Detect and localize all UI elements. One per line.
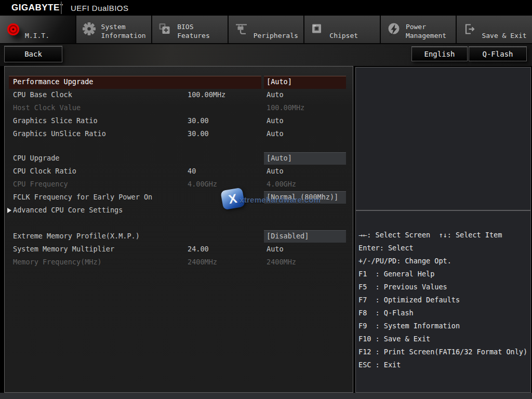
- setting-name: System Memory Multiplier: [13, 245, 114, 253]
- help-line: ESC : Exit: [358, 361, 401, 369]
- firmware-title: UEFI DualBIOS: [71, 4, 129, 12]
- setting-value: [Auto]: [267, 154, 292, 162]
- qflash-button[interactable]: Q-Flash: [469, 46, 527, 61]
- setting-value: Auto: [267, 245, 284, 253]
- tab-chipset[interactable]: Chipset: [304, 16, 380, 43]
- help-line: F1 : General Help: [358, 270, 434, 278]
- setting-value: 4.00GHz: [267, 180, 296, 188]
- tab-bar: M.I.T. System Information BIOS Features: [0, 16, 532, 44]
- setting-current: 100.00MHz: [188, 90, 225, 99]
- help-line: F8 : Q-Flash: [358, 309, 414, 317]
- setting-current: 24.00: [188, 245, 209, 253]
- exit-arrow-icon: [463, 22, 476, 36]
- help-line: F10 : Save & Exit: [358, 335, 430, 343]
- tab-label-line2: Features: [177, 31, 210, 40]
- setting-current: 30.00: [188, 116, 209, 125]
- setting-value: Auto: [267, 129, 284, 138]
- tab-label-line1: BIOS: [177, 22, 210, 31]
- setting-value: Auto: [267, 90, 284, 99]
- tab-system-information[interactable]: System Information: [76, 16, 152, 43]
- setting-name: FCLK Frequency for Early Power On: [13, 193, 152, 201]
- tab-save-exit[interactable]: Save & Exit: [457, 16, 532, 43]
- setting-name: Performance Upgrade: [13, 77, 93, 86]
- setting-name: CPU Frequency: [13, 180, 68, 188]
- tab-label-line1: System: [101, 22, 146, 31]
- tab-label-line2: Management: [406, 31, 446, 40]
- tab-bios-features[interactable]: BIOS Features: [152, 16, 228, 43]
- setting-name: Graphics Slice Ratio: [13, 116, 98, 125]
- bottom-strip: [0, 393, 532, 399]
- hotkey-help-panel: →←: Select Screen ↑↓: Select Item Enter:…: [355, 210, 531, 393]
- row-memory-frequency: Memory Frequency(MHz) 2400MHz 2400MHz: [5, 256, 352, 269]
- setting-name: CPU Clock Ratio: [13, 167, 76, 175]
- item-help-panel: [355, 67, 531, 210]
- setting-name: CPU Upgrade: [13, 154, 59, 162]
- tab-label: M.I.T.: [25, 31, 49, 40]
- submenu-arrow-icon: [7, 208, 11, 213]
- row-cpu-upgrade[interactable]: CPU Upgrade [Auto]: [5, 152, 352, 165]
- setting-name: Extreme Memory Profile(X.M.P.): [13, 232, 140, 240]
- setting-value: Auto: [267, 116, 284, 125]
- row-xmp[interactable]: Extreme Memory Profile(X.M.P.) [Disabled…: [5, 230, 352, 243]
- tab-power-management[interactable]: Power Management: [381, 16, 456, 43]
- chipset-icon: [311, 22, 323, 35]
- tab-label: Chipset: [329, 31, 358, 40]
- tab-peripherals[interactable]: Peripherals: [229, 16, 304, 43]
- row-host-clock-value: Host Clock Value 100.00MHz: [5, 102, 352, 115]
- row-cpu-base-clock[interactable]: CPU Base Clock 100.00MHz Auto: [5, 89, 352, 102]
- row-cpu-clock-ratio[interactable]: CPU Clock Ratio 40 Auto: [5, 165, 352, 178]
- setting-name: Advanced CPU Core Settings: [13, 206, 123, 214]
- tab-label: Peripherals: [254, 31, 298, 40]
- setting-current: 2400MHz: [188, 258, 217, 266]
- setting-value: 100.00MHz: [267, 103, 304, 112]
- setting-name: Memory Frequency(MHz): [13, 258, 102, 266]
- watermark-text: xtremehardware.com: [240, 195, 321, 204]
- setting-current: 40: [188, 167, 196, 175]
- language-button[interactable]: English: [411, 46, 468, 61]
- peripherals-icon: [235, 22, 248, 36]
- setting-name: Graphics UnSlice Ratio: [13, 129, 106, 138]
- row-advanced-cpu-core-settings[interactable]: Advanced CPU Core Settings: [5, 204, 352, 217]
- help-line: F5 : Previous Values: [358, 283, 447, 291]
- logo-divider: [61, 2, 62, 14]
- tab-label-line2: Information: [101, 31, 146, 40]
- gigabyte-logo: GIGABYTE™: [11, 3, 63, 13]
- setting-current: 4.00GHz: [188, 180, 217, 188]
- help-line: F12 : Print Screen(FAT16/32 Format Only): [358, 348, 527, 356]
- settings-panel: Performance Upgrade [Auto] CPU Base Cloc…: [4, 66, 353, 393]
- setting-value: 2400MHz: [267, 258, 296, 266]
- row-graphics-unslice-ratio[interactable]: Graphics UnSlice Ratio 30.00 Auto: [5, 128, 352, 141]
- help-line: F7 : Optimized Defaults: [358, 296, 460, 304]
- row-cpu-frequency: CPU Frequency 4.00GHz 4.00GHz: [5, 178, 352, 191]
- help-line: +/-/PU/PD: Change Opt.: [358, 257, 451, 265]
- help-line: →←: Select Screen ↑↓: Select Item: [358, 231, 502, 239]
- tab-mit[interactable]: M.I.T.: [0, 16, 75, 43]
- gear-icon: [83, 22, 96, 35]
- bios-chip-plus-icon: [158, 22, 171, 35]
- setting-value: [Disabled]: [267, 232, 309, 240]
- setting-name: Host Clock Value: [13, 103, 81, 112]
- help-line: Enter: Select: [358, 244, 414, 252]
- tab-label: Save & Exit: [482, 31, 526, 40]
- setting-value: Auto: [267, 167, 284, 175]
- mit-red-ball-icon: [6, 22, 20, 36]
- top-bar: GIGABYTE™ UEFI DualBIOS: [0, 0, 532, 16]
- row-system-memory-multiplier[interactable]: System Memory Multiplier 24.00 Auto: [5, 243, 352, 256]
- tab-label-line1: Power: [406, 22, 446, 31]
- setting-value: [Auto]: [267, 77, 292, 86]
- back-button[interactable]: Back: [4, 46, 62, 62]
- setting-name: CPU Base Clock: [13, 90, 72, 99]
- help-line: F9 : System Information: [358, 322, 460, 330]
- power-bolt-icon: [387, 22, 401, 36]
- setting-current: 30.00: [188, 129, 209, 138]
- row-performance-upgrade[interactable]: Performance Upgrade [Auto]: [5, 76, 352, 89]
- row-graphics-slice-ratio[interactable]: Graphics Slice Ratio 30.00 Auto: [5, 115, 352, 128]
